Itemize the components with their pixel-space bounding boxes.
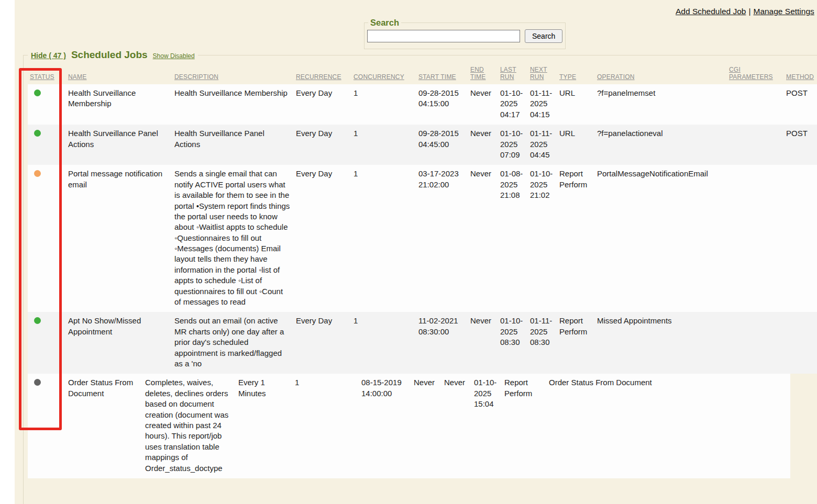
job-concurrency: 1 [351, 84, 416, 125]
status-dot [34, 89, 41, 96]
column-header-operation[interactable]: OPERATION [595, 64, 727, 84]
job-end-time: Never [412, 374, 442, 478]
job-type: Report Perform [557, 312, 595, 374]
status-dot [34, 130, 41, 137]
job-type: URL [557, 125, 595, 165]
job-last-run: 01-10-2025 07:09 [498, 125, 528, 165]
job-end-time: Never [468, 165, 498, 312]
job-next-run: 01-11-2025 08:30 [528, 312, 557, 374]
link-separator: | [748, 7, 750, 16]
job-start-time: 03-17-2023 21:02:00 [416, 165, 468, 312]
scheduled-jobs-table-continued: Order Status From Document Completes, wa… [28, 374, 790, 478]
job-row[interactable]: Order Status From Document Completes, wa… [28, 374, 790, 478]
job-description: Completes, waives, deletes, declines ord… [143, 374, 236, 478]
column-header-end-time[interactable]: END TIME [468, 64, 498, 84]
job-cgi-parameters [727, 84, 784, 125]
status-dot [34, 379, 41, 386]
column-header-start-time[interactable]: START TIME [416, 64, 468, 84]
job-operation: ?f=panelactioneval [595, 125, 727, 165]
job-row[interactable]: Health Surveillance Panel Actions Health… [28, 125, 817, 165]
show-disabled-link[interactable]: Show Disabled [153, 52, 195, 60]
job-next-run: 01-10-2025 15:04 [472, 374, 502, 478]
job-cgi-parameters [704, 374, 761, 478]
job-description: Health Surveillance Membership [172, 84, 294, 125]
job-type: Report Perform [502, 374, 547, 478]
column-header-recurrence[interactable]: RECURRENCE [294, 64, 351, 84]
job-concurrency: 1 [351, 165, 416, 312]
job-operation: Missed Appointments [595, 312, 727, 374]
job-method [784, 312, 817, 374]
add-scheduled-job-link[interactable]: Add Scheduled Job [676, 7, 746, 16]
table-header-row: STATUS NAME DESCRIPTION RECURRENCE CONCU… [28, 64, 817, 84]
job-cgi-parameters [727, 312, 784, 374]
job-operation: ?f=panelmemset [595, 84, 727, 125]
job-last-run: 01-10-2025 08:30 [498, 312, 528, 374]
job-next-run: 01-10-2025 21:02 [528, 165, 557, 312]
job-method [784, 165, 817, 312]
job-concurrency: 1 [351, 125, 416, 165]
job-name: Order Status From Document [66, 374, 143, 478]
search-panel: Search Search [364, 18, 566, 49]
job-last-run: 01-10-2025 04:17 [498, 84, 528, 125]
job-recurrence: Every Day [294, 125, 351, 165]
status-dot [34, 170, 41, 177]
job-type: URL [557, 84, 595, 125]
hide-link[interactable]: Hide ( 47 ) [31, 51, 66, 60]
job-row[interactable]: Portal message notification email Sends … [28, 165, 817, 312]
job-cgi-parameters [727, 125, 784, 165]
status-cell [28, 312, 66, 374]
job-cgi-parameters [727, 165, 784, 312]
job-row[interactable]: Apt No Show/Missed Appointment Sends out… [28, 312, 817, 374]
column-header-cgi-parameters[interactable]: CGI PARAMETERS [727, 64, 784, 84]
job-end-time: Never [468, 84, 498, 125]
status-dot [34, 317, 41, 324]
job-recurrence: Every Day [294, 84, 351, 125]
job-start-time: 09-28-2015 04:15:00 [416, 84, 468, 125]
job-operation: PortalMessageNotificationEmail [595, 165, 727, 312]
search-input[interactable] [367, 30, 520, 42]
job-start-time: 08-15-2019 14:00:00 [359, 374, 412, 478]
column-header-type[interactable]: TYPE [557, 64, 595, 84]
job-concurrency: 1 [293, 374, 359, 478]
column-header-method[interactable]: METHOD [784, 64, 817, 84]
job-recurrence: Every 1 Minutes [236, 374, 293, 478]
job-end-time: Never [468, 312, 498, 374]
job-type: Report Perform [557, 165, 595, 312]
job-last-run: Never [442, 374, 472, 478]
job-operation: Order Status From Document [547, 374, 704, 478]
job-concurrency: 1 [351, 312, 416, 374]
job-name: Apt No Show/Missed Appointment [66, 312, 172, 374]
job-method: POST [784, 84, 817, 125]
job-name: Health Surveillance Membership [66, 84, 172, 125]
search-button[interactable]: Search [525, 29, 562, 43]
column-header-description[interactable]: DESCRIPTION [172, 64, 294, 84]
top-links: Add Scheduled Job|Manage Settings [676, 7, 814, 16]
manage-settings-link[interactable]: Manage Settings [753, 7, 814, 16]
job-last-run: 01-08-2025 21:08 [498, 165, 528, 312]
job-recurrence: Every Day [294, 165, 351, 312]
status-cell [28, 165, 66, 312]
column-header-status[interactable]: STATUS [28, 64, 66, 84]
job-row[interactable]: Health Surveillance Membership Health Su… [28, 84, 817, 125]
status-cell [28, 125, 66, 165]
column-header-next-run[interactable]: NEXT RUN [528, 64, 557, 84]
job-recurrence: Every Day [294, 312, 351, 374]
job-description: Sends out an email (on active MR charts … [172, 312, 294, 374]
search-legend: Search [368, 18, 401, 28]
job-method: POST [784, 125, 817, 165]
job-end-time: Never [468, 125, 498, 165]
status-cell [28, 374, 66, 478]
column-header-last-run[interactable]: LAST RUN [498, 64, 528, 84]
job-description: Sends a single email that can notify ACT… [172, 165, 294, 312]
job-name: Portal message notification email [66, 165, 172, 312]
column-header-concurrency[interactable]: CONCURRENCY [351, 64, 416, 84]
job-description: Health Surveillance Panel Actions [172, 125, 294, 165]
status-cell [28, 84, 66, 125]
scheduled-jobs-table: STATUS NAME DESCRIPTION RECURRENCE CONCU… [28, 64, 817, 374]
page-title: Scheduled Jobs [71, 49, 148, 61]
column-header-name[interactable]: NAME [66, 64, 172, 84]
job-name: Health Surveillance Panel Actions [66, 125, 172, 165]
job-method [761, 374, 790, 478]
scheduled-jobs-panel: Hide ( 47 ) Scheduled Jobs Show Disabled… [23, 49, 817, 504]
job-next-run: 01-11-2025 04:15 [528, 84, 557, 125]
